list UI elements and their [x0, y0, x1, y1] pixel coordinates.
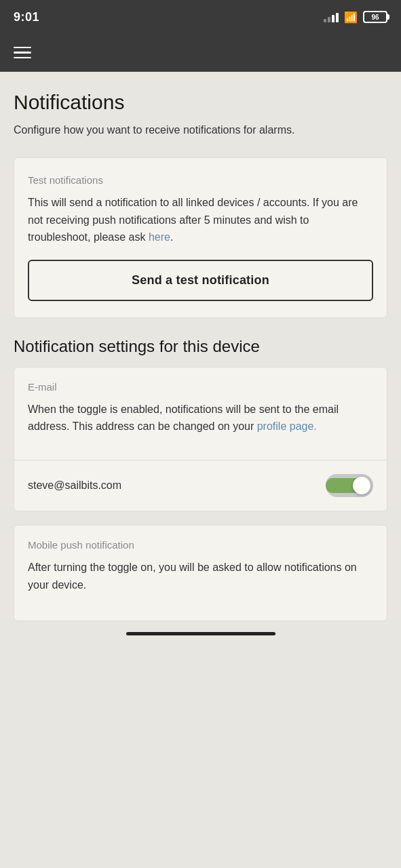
mobile-push-card: Mobile push notification After turning t…: [14, 525, 387, 621]
email-description: When the toggle is enabled, notification…: [28, 401, 373, 435]
wifi-icon: 📶: [344, 11, 358, 24]
email-address: steve@sailbits.com: [28, 479, 121, 492]
profile-page-link[interactable]: profile page.: [257, 420, 317, 432]
nav-bar: [0, 34, 401, 72]
test-notifications-description: This will send a notification to all lin…: [28, 194, 373, 246]
test-notifications-label: Test notifications: [28, 174, 373, 186]
main-content: Notifications Configure how you want to …: [0, 72, 401, 663]
notification-settings-title: Notification settings for this device: [14, 337, 387, 356]
hamburger-menu-icon[interactable]: [14, 47, 31, 59]
test-notifications-card: Test notifications This will send a noti…: [14, 157, 387, 318]
test-description-text: This will send a notification to all lin…: [28, 197, 358, 243]
status-time: 9:01: [14, 10, 39, 24]
email-settings-card: E-mail When the toggle is enabled, notif…: [14, 367, 387, 511]
signal-icon: [324, 12, 339, 22]
toggle-knob: [353, 477, 370, 494]
page-title: Notifications: [14, 91, 387, 114]
troubleshoot-link[interactable]: here: [149, 231, 170, 243]
mobile-push-label: Mobile push notification: [28, 539, 373, 551]
status-icons: 📶 96: [324, 11, 387, 24]
home-indicator: [126, 632, 275, 635]
status-bar: 9:01 📶 96: [0, 0, 401, 34]
email-toggle[interactable]: [326, 474, 373, 497]
email-card-header: E-mail When the toggle is enabled, notif…: [14, 368, 387, 460]
send-test-notification-button[interactable]: Send a test notification: [28, 260, 373, 301]
email-label: E-mail: [28, 381, 373, 393]
email-row: steve@sailbits.com: [14, 460, 387, 511]
test-description-end: .: [170, 231, 173, 243]
battery-icon: 96: [363, 11, 387, 23]
mobile-push-description: After turning the toggle on, you will be…: [28, 559, 373, 593]
page-subtitle: Configure how you want to receive notifi…: [14, 122, 387, 138]
